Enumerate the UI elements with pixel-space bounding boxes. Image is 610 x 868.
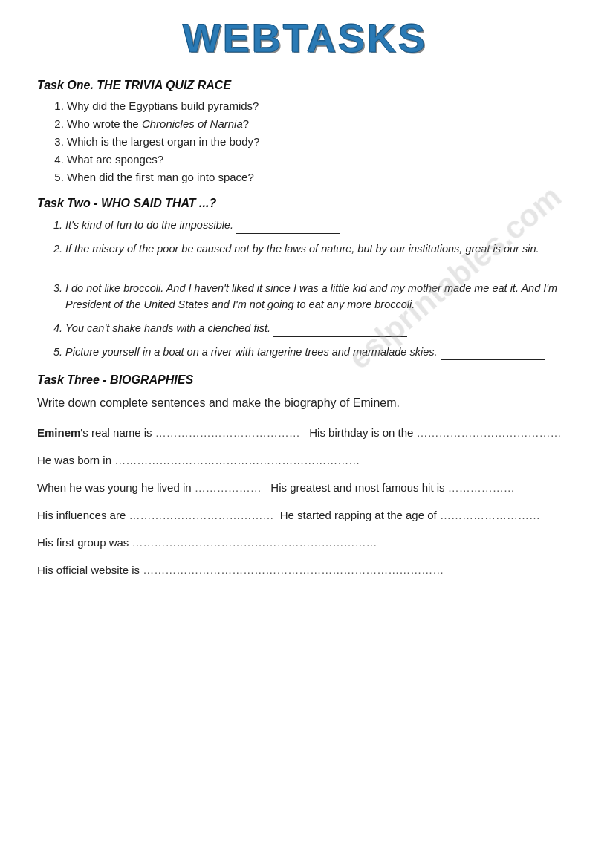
task-one-heading: Task One. THE TRIVIA QUIZ RACE: [37, 79, 573, 92]
answer-blank[interactable]: [65, 263, 169, 274]
list-item: Who wrote the Chronicles of Narnia?: [67, 117, 573, 130]
list-item: When did the first man go into space?: [67, 171, 573, 183]
task-one-list: Why did the Egyptians build pyramids? Wh…: [37, 99, 573, 183]
answer-blank[interactable]: [441, 350, 545, 361]
answer-blank[interactable]: [418, 302, 551, 313]
bio-line-young: When he was young he lived in ……………… His…: [37, 479, 573, 497]
task-two-list: It's kind of fun to do the impossible. I…: [37, 218, 573, 360]
bio-line-born: He was born in …………………………………………………………: [37, 451, 573, 469]
page-title: WEBTASKS: [37, 15, 573, 61]
bio-line-real-name: Eminem's real name is ………………………………… His …: [37, 424, 573, 442]
answer-blank[interactable]: [273, 326, 407, 337]
bio-line-website: His official website is ……………………………………………: [37, 561, 573, 579]
list-item: I do not like broccoli. And I haven't li…: [65, 281, 573, 313]
task-two-section: Task Two - WHO SAID THAT ...? It's kind …: [37, 197, 573, 360]
list-item: You can't shake hands with a clenched fi…: [65, 321, 573, 337]
task-three-heading: Task Three - BIOGRAPHIES: [37, 373, 573, 387]
task-three-intro: Write down complete sentences and make t…: [37, 394, 573, 412]
task-three-section: Task Three - BIOGRAPHIES Write down comp…: [37, 373, 573, 579]
task-two-heading: Task Two - WHO SAID THAT ...?: [37, 197, 573, 210]
list-item: Which is the largest organ in the body?: [67, 135, 573, 148]
bio-line-influences: His influences are ………………………………… He star…: [37, 506, 573, 524]
task-one-section: Task One. THE TRIVIA QUIZ RACE Why did t…: [37, 79, 573, 183]
list-item: It's kind of fun to do the impossible.: [65, 218, 573, 234]
list-item: Why did the Egyptians build pyramids?: [67, 99, 573, 112]
answer-blank[interactable]: [236, 223, 340, 234]
list-item: If the misery of the poor be caused not …: [65, 241, 573, 274]
list-item: What are sponges?: [67, 153, 573, 166]
list-item: Picture yourself in a boat on a river wi…: [65, 345, 573, 361]
bio-line-first-group: His first group was ………………………………………………………: [37, 534, 573, 552]
